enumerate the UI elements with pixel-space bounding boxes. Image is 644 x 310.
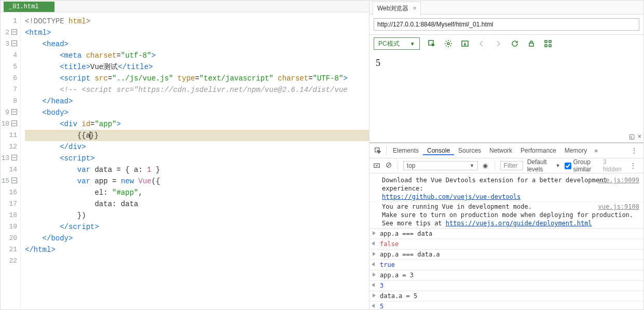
code-line[interactable]: data: data: [25, 198, 369, 210]
console-input-line: app.a === data: [369, 228, 643, 239]
code-line[interactable]: <meta charset="utf-8">: [25, 50, 369, 61]
devtools-tab-elements[interactable]: Elements: [389, 147, 423, 154]
fold-icon[interactable]: [11, 41, 17, 46]
console-message: Download the Vue Devtools extension for …: [369, 176, 643, 202]
fold-icon[interactable]: [11, 120, 17, 126]
code-line[interactable]: <!DOCTYPE html>: [25, 16, 369, 27]
devtools-close-icon[interactable]: ×: [638, 133, 641, 140]
fold-icon[interactable]: [11, 109, 17, 115]
fold-icon[interactable]: [11, 155, 17, 160]
page-output: 5: [369, 52, 643, 142]
svg-rect-7: [549, 45, 551, 47]
qr-icon[interactable]: [543, 39, 553, 48]
code-line[interactable]: <html>: [25, 27, 369, 38]
browser-toolbar: PC模式▼: [369, 35, 643, 52]
svg-rect-3: [529, 43, 533, 46]
fold-icon[interactable]: [11, 178, 17, 183]
devtools-tab-memory[interactable]: Memory: [560, 147, 591, 154]
svg-point-1: [447, 43, 449, 45]
svg-rect-4: [545, 41, 547, 43]
refresh-icon[interactable]: [510, 39, 519, 48]
code-line[interactable]: <!-- <script src="https://cdn.jsdelivr.n…: [25, 84, 369, 96]
console-settings-icon[interactable]: ⋮: [626, 162, 640, 169]
devtools-tab-sources[interactable]: Sources: [454, 147, 485, 154]
code-line[interactable]: <title>Vue测试</title>: [25, 61, 369, 73]
browser-pane: Web浏览器 × http://127.0.0.1:8848/Myself/ht…: [369, 1, 643, 309]
back-icon[interactable]: [477, 39, 486, 48]
code-line[interactable]: <body>: [25, 107, 369, 118]
console-body[interactable]: Download the Vue Devtools extension for …: [369, 173, 643, 309]
svg-rect-5: [549, 41, 551, 43]
editor-tab[interactable]: _01.html: [4, 2, 54, 12]
console-input-line: app.a === data.a: [369, 249, 643, 260]
group-similar-checkbox[interactable]: Group similar: [565, 158, 599, 173]
code-line[interactable]: {{a}}: [25, 130, 369, 141]
deployment-link[interactable]: https://vuejs.org/guide/deployment.html: [446, 220, 592, 227]
hidden-count: 3 hidden: [603, 158, 622, 173]
code-line[interactable]: <head>: [25, 38, 369, 50]
url-bar: http://127.0.0.1:8848/Myself/html/_01.ht…: [369, 15, 643, 35]
filter-input[interactable]: Filter: [500, 161, 523, 170]
code-line[interactable]: }): [25, 210, 369, 221]
console-message: You are running Vue in development mode.…: [369, 202, 643, 228]
console-toolbar: top▼ ◉ Filter Default levels ▼ Group sim…: [369, 158, 643, 173]
code-editor[interactable]: 12345678910111213141516171819202122 <!DO…: [1, 12, 369, 309]
code-line[interactable]: el: "#app",: [25, 187, 369, 198]
code-line[interactable]: <div id="app">: [25, 118, 369, 130]
close-icon[interactable]: ×: [413, 5, 416, 12]
kebab-menu-icon[interactable]: ⋮: [627, 147, 641, 154]
fold-icon[interactable]: [11, 29, 17, 35]
console-sidebar-icon[interactable]: [373, 161, 380, 170]
browser-tab-label: Web浏览器: [377, 4, 408, 13]
lock-icon[interactable]: [527, 39, 536, 48]
clear-console-icon[interactable]: [385, 161, 392, 170]
code-line[interactable]: var data = { a: 1 }: [25, 164, 369, 176]
code-line[interactable]: </html>: [25, 244, 369, 255]
console-input-line: data.a = 5: [369, 291, 643, 301]
editor-tabbar: _01.html: [1, 1, 369, 12]
console-output-line: 3: [369, 280, 643, 291]
browser-tabbar: Web浏览器 ×: [369, 1, 643, 15]
screenshot-icon[interactable]: [460, 39, 470, 48]
code-line[interactable]: </div>: [25, 141, 369, 153]
code-area[interactable]: <!DOCTYPE html><html> <head> <meta chars…: [21, 12, 369, 309]
editor-pane: _01.html 1234567891011121314151617181920…: [1, 1, 369, 309]
gear-icon[interactable]: [444, 39, 453, 48]
popout-icon[interactable]: ◱: [629, 133, 635, 140]
code-line[interactable]: </script>: [25, 221, 369, 233]
code-line[interactable]: <script src="../js/vue.js" type="text/ja…: [25, 73, 369, 84]
select-element-icon[interactable]: [427, 39, 436, 48]
levels-select[interactable]: Default levels ▼: [527, 158, 560, 173]
browser-tab[interactable]: Web浏览器 ×: [373, 2, 421, 15]
mode-select[interactable]: PC模式▼: [374, 37, 420, 50]
live-expression-icon[interactable]: ◉: [481, 162, 489, 169]
console-output-line: true: [369, 260, 643, 270]
devtools-panel: ◱ × ElementsConsoleSourcesNetworkPerform…: [369, 142, 643, 309]
devtools-tab-network[interactable]: Network: [485, 147, 516, 154]
code-line[interactable]: </body>: [25, 233, 369, 244]
inspect-icon[interactable]: [372, 147, 384, 154]
devtools-tab-console[interactable]: Console: [423, 147, 454, 155]
code-line[interactable]: var app = new Vue({: [25, 176, 369, 187]
devtools-link[interactable]: https://github.com/vuejs/vue-devtools: [382, 193, 520, 200]
console-output-line: 5: [369, 301, 643, 309]
context-select[interactable]: top▼: [403, 161, 478, 170]
url-input[interactable]: http://127.0.0.1:8848/Myself/html/_01.ht…: [374, 18, 639, 31]
chevron-down-icon: ▼: [410, 41, 415, 47]
code-line[interactable]: [25, 255, 369, 267]
code-line[interactable]: <script>: [25, 153, 369, 164]
forward-icon[interactable]: [494, 39, 503, 48]
more-tabs-icon[interactable]: »: [594, 147, 598, 154]
devtools-tab-performance[interactable]: Performance: [516, 147, 560, 154]
line-gutter: 12345678910111213141516171819202122: [1, 12, 21, 309]
svg-rect-6: [545, 45, 547, 47]
source-link[interactable]: vue.js:9108: [598, 203, 639, 211]
devtools-tabs: ElementsConsoleSourcesNetworkPerformance…: [369, 143, 643, 158]
console-output-line: false: [369, 239, 643, 249]
source-link[interactable]: vue.js:9099: [598, 176, 639, 184]
code-line[interactable]: </head>: [25, 96, 369, 107]
console-input-line: app.a = 3: [369, 270, 643, 280]
